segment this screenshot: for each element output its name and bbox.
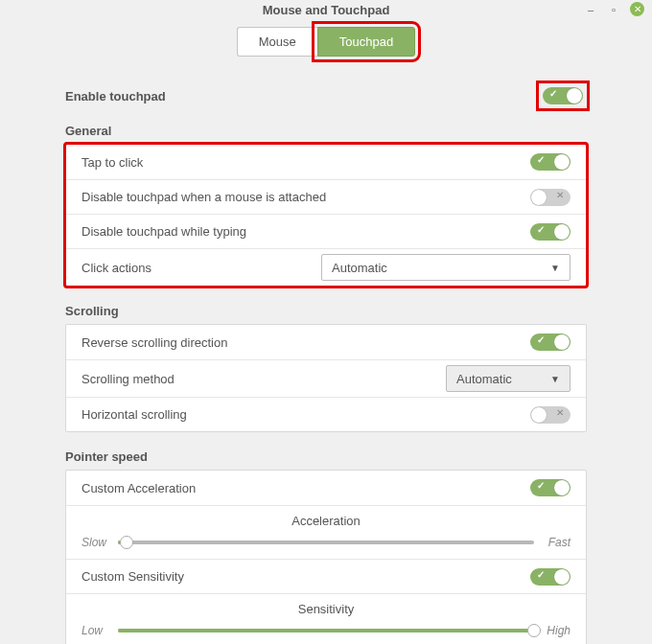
close-icon[interactable]: ✕ (630, 2, 644, 16)
disable-typing-label: Disable touchpad while typing (82, 224, 246, 239)
titlebar: Mouse and Touchpad – ▫ ✕ (0, 0, 652, 19)
accel-slider[interactable] (118, 540, 534, 544)
disable-mouse-label: Disable touchpad when a mouse is attache… (82, 190, 326, 204)
click-actions-dropdown[interactable]: Automatic ▼ (321, 254, 570, 281)
check-icon: ✓ (537, 480, 545, 491)
section-header-scrolling: Scrolling (65, 304, 587, 318)
sens-max-label: High (542, 624, 570, 637)
reverse-scrolling-toggle[interactable]: ✓ ✕ (530, 334, 570, 351)
general-card: Tap to click ✓ ✕ Disable touchpad when a… (65, 144, 587, 287)
disable-mouse-toggle[interactable]: ✓ ✕ (530, 189, 570, 206)
slider-thumb[interactable] (120, 536, 133, 549)
tap-to-click-toggle[interactable]: ✓ ✕ (530, 153, 570, 171)
check-icon: ✓ (549, 88, 557, 99)
disable-typing-toggle[interactable]: ✓ ✕ (530, 223, 570, 241)
horizontal-scrolling-toggle[interactable]: ✓ ✕ (530, 406, 570, 424)
enable-touchpad-row: Enable touchpad ✓ ✕ (65, 78, 587, 124)
chevron-down-icon: ▼ (550, 263, 560, 273)
tab-mouse[interactable]: Mouse (237, 27, 317, 57)
chevron-down-icon: ▼ (550, 374, 560, 384)
enable-touchpad-label: Enable touchpad (65, 89, 166, 104)
check-icon: ✓ (537, 334, 545, 345)
custom-sens-label: Custom Sensitivity (82, 569, 184, 584)
accel-slider-title: Acceleration (82, 514, 570, 528)
scrolling-method-label: Scrolling method (82, 372, 175, 386)
custom-accel-label: Custom Acceleration (82, 481, 196, 495)
tab-touchpad[interactable]: Touchpad (317, 27, 415, 57)
accel-min-label: Slow (82, 536, 110, 549)
sens-slider[interactable] (118, 629, 534, 632)
tap-to-click-label: Tap to click (82, 155, 143, 170)
horizontal-scrolling-label: Horizontal scrolling (82, 407, 187, 422)
sens-slider-title: Sensitivity (82, 602, 570, 616)
enable-touchpad-toggle[interactable]: ✓ ✕ (543, 87, 583, 104)
pointer-card: Custom Acceleration ✓ ✕ Acceleration Slo… (65, 470, 587, 644)
window-controls: – ▫ ✕ (584, 2, 644, 16)
click-actions-label: Click actions (82, 261, 151, 275)
scrolling-method-value: Automatic (456, 372, 512, 386)
accel-max-label: Fast (542, 536, 570, 549)
reverse-scrolling-label: Reverse scrolling direction (82, 335, 227, 350)
scrolling-method-dropdown[interactable]: Automatic ▼ (446, 365, 570, 392)
check-icon: ✓ (537, 224, 545, 235)
x-icon: ✕ (556, 190, 564, 200)
section-header-pointer: Pointer speed (65, 449, 587, 464)
x-icon: ✕ (556, 407, 564, 418)
slider-thumb[interactable] (527, 624, 541, 637)
tab-bar: Mouse Touchpad (0, 19, 652, 68)
custom-sens-toggle[interactable]: ✓ ✕ (530, 568, 570, 586)
custom-accel-toggle[interactable]: ✓ ✕ (530, 479, 570, 496)
click-actions-value: Automatic (332, 261, 387, 275)
section-header-general: General (65, 124, 587, 138)
sens-min-label: Low (82, 624, 110, 637)
minimize-icon[interactable]: – (584, 3, 597, 16)
window-title: Mouse and Touchpad (263, 3, 390, 17)
check-icon: ✓ (537, 569, 545, 580)
maximize-icon[interactable]: ▫ (607, 3, 620, 16)
scrolling-card: Reverse scrolling direction ✓ ✕ Scrollin… (65, 324, 587, 432)
check-icon: ✓ (537, 154, 545, 165)
